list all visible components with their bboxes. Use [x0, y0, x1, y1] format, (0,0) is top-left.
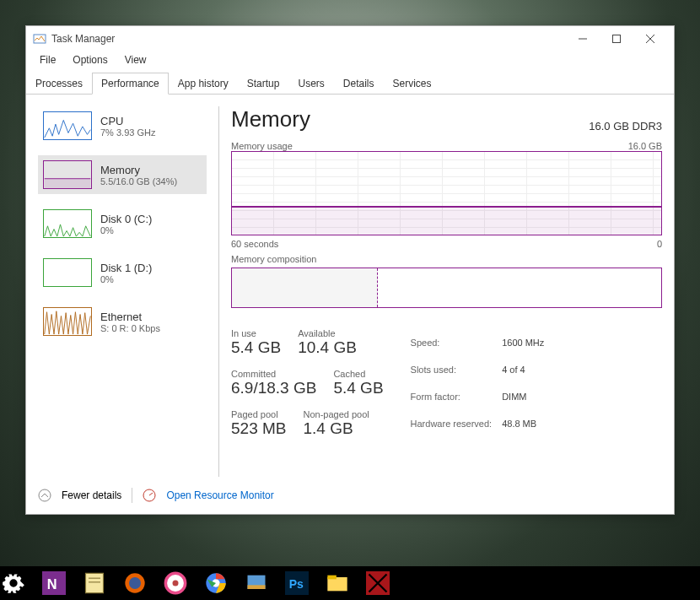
tab-startup[interactable]: Startup [238, 73, 289, 95]
hardware-table: Speed:1600 MHz Slots used:4 of 4 Form fa… [409, 328, 555, 438]
page-title: Memory [231, 106, 310, 132]
task-manager-window: Task Manager File Options View Processes… [25, 25, 675, 515]
sidebar-item-label: CPU [100, 115, 155, 127]
tab-details[interactable]: Details [334, 73, 384, 95]
disk-thumb-icon [43, 209, 92, 238]
disk-thumb-icon [43, 258, 92, 287]
sidebar-item-sub: 0% [100, 274, 152, 284]
photoshop-icon[interactable]: Ps [285, 571, 309, 595]
app-icon[interactable] [245, 571, 268, 595]
sidebar: CPU 7% 3.93 GHz Memory 5.5/16.0 GB (34%)… [38, 106, 207, 477]
stat-value: 523 MB [231, 419, 286, 438]
menubar: File Options View [26, 51, 674, 72]
tab-bar: Processes Performance App history Startu… [26, 72, 674, 95]
ethernet-thumb-icon [43, 307, 92, 336]
minimize-button[interactable] [566, 29, 600, 49]
onenote-icon[interactable]: N [42, 571, 66, 595]
svg-rect-23 [248, 585, 266, 589]
stat-label: In use [231, 328, 281, 338]
stat-label: Non-paged pool [303, 409, 369, 419]
stat-label: Paged pool [231, 409, 286, 419]
usage-label: Memory usage [231, 141, 293, 151]
sidebar-item-disk0[interactable]: Disk 0 (C:) 0% [38, 204, 207, 243]
stat-value: 10.4 GB [298, 338, 357, 357]
close-button[interactable] [633, 29, 667, 49]
stat-value: 5.4 GB [333, 379, 383, 397]
itunes-icon[interactable] [164, 571, 187, 595]
firefox-icon[interactable] [123, 571, 147, 595]
svg-text:Ps: Ps [289, 577, 304, 591]
sidebar-item-label: Memory [100, 164, 177, 176]
sidebar-item-memory[interactable]: Memory 5.5/16.0 GB (34%) [38, 155, 207, 194]
footer: Fewer details Open Resource Monitor [26, 477, 674, 514]
tab-users[interactable]: Users [288, 73, 333, 95]
stat-value: 5.4 GB [231, 338, 281, 357]
svg-text:N: N [47, 576, 57, 592]
memory-thumb-icon [43, 160, 92, 189]
sidebar-item-label: Disk 1 (D:) [100, 262, 152, 274]
sidebar-item-cpu[interactable]: CPU 7% 3.93 GHz [38, 106, 207, 145]
stat-label: Available [298, 328, 357, 338]
svg-rect-27 [327, 576, 337, 580]
tab-processes[interactable]: Processes [26, 73, 92, 95]
app-icon [33, 32, 46, 46]
taskbar[interactable]: N Ps [0, 566, 700, 600]
stat-value: 6.9/18.3 GB [231, 379, 316, 397]
sidebar-item-ethernet[interactable]: Ethernet S: 0 R: 0 Kbps [38, 302, 207, 341]
menu-view[interactable]: View [116, 51, 155, 72]
tab-app-history[interactable]: App history [169, 73, 238, 95]
divider [218, 106, 219, 477]
explorer-icon[interactable] [326, 571, 349, 595]
svg-rect-26 [327, 577, 347, 591]
svg-point-7 [39, 489, 51, 501]
open-resource-monitor-link[interactable]: Open Resource Monitor [166, 489, 273, 501]
svg-line-9 [149, 493, 153, 495]
memory-spec: 16.0 GB DDR3 [589, 120, 662, 132]
sidebar-item-label: Ethernet [100, 311, 160, 323]
svg-rect-12 [86, 573, 104, 592]
sidebar-item-label: Disk 0 (C:) [100, 213, 152, 225]
notepad-icon[interactable] [83, 571, 106, 595]
resmon-icon [143, 489, 156, 502]
titlebar[interactable]: Task Manager [26, 26, 674, 51]
svg-rect-2 [613, 35, 621, 43]
svg-point-16 [129, 577, 141, 589]
svg-point-19 [173, 581, 179, 586]
sidebar-item-sub: 5.5/16.0 GB (34%) [100, 176, 177, 186]
time-right: 0 [657, 239, 662, 249]
cpu-thumb-icon [43, 111, 92, 140]
tab-services[interactable]: Services [384, 73, 441, 95]
maximize-button[interactable] [600, 29, 633, 49]
window-title: Task Manager [51, 33, 115, 45]
settings-icon[interactable] [2, 571, 25, 595]
sidebar-item-sub: 0% [100, 225, 152, 235]
stat-value: 1.4 GB [303, 419, 369, 438]
main-panel: Memory 16.0 GB DDR3 Memory usage 16.0 GB… [231, 106, 662, 477]
time-left: 60 seconds [231, 239, 278, 249]
sidebar-item-sub: 7% 3.93 GHz [100, 127, 155, 138]
chevron-up-circle-icon[interactable] [38, 489, 51, 502]
stat-label: Cached [333, 369, 383, 379]
sidebar-item-disk1[interactable]: Disk 1 (D:) 0% [38, 253, 207, 292]
menu-file[interactable]: File [31, 51, 64, 72]
svg-rect-5 [45, 179, 91, 188]
sidebar-item-sub: S: 0 R: 0 Kbps [100, 323, 160, 333]
stat-label: Committed [231, 369, 316, 379]
chrome-icon[interactable] [204, 571, 228, 595]
memory-composition-bar[interactable] [231, 268, 662, 308]
usage-max: 16.0 GB [628, 141, 662, 151]
fewer-details-link[interactable]: Fewer details [62, 489, 121, 501]
menu-options[interactable]: Options [64, 51, 116, 72]
memory-usage-chart[interactable] [231, 151, 662, 235]
composition-label: Memory composition [231, 254, 316, 264]
tab-performance[interactable]: Performance [92, 73, 169, 95]
dota-icon[interactable] [366, 571, 390, 595]
